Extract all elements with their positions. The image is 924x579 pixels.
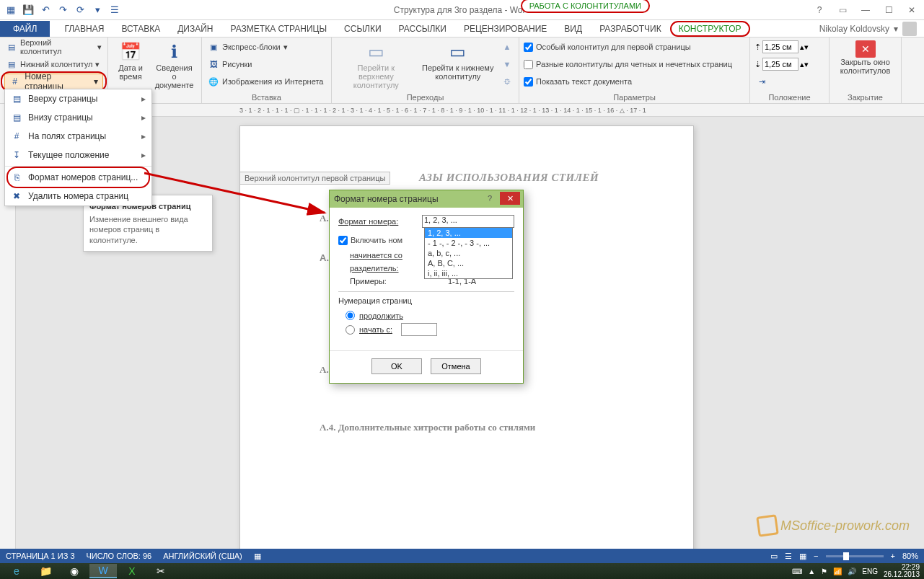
view-print-icon[interactable]: ▭	[770, 552, 778, 561]
header-top-spinner[interactable]: ⇡▴▾	[754, 39, 824, 55]
dialog-help-icon[interactable]: ?	[483, 192, 497, 205]
tb-word-icon[interactable]: W	[89, 564, 117, 578]
tab-review[interactable]: РЕЦЕНЗИРОВАНИЕ	[455, 21, 555, 37]
format-opt-4[interactable]: i, ii, iii, ...	[425, 268, 512, 278]
repeat-icon[interactable]: ⟳	[72, 2, 88, 18]
tab-insert[interactable]: ВСТАВКА	[113, 21, 169, 37]
close-group-label: Закрытие	[834, 92, 897, 102]
tab-home[interactable]: ГЛАВНАЯ	[56, 21, 113, 37]
doc-info-button[interactable]: ℹСведения о документе	[151, 39, 197, 102]
avatar[interactable]	[902, 22, 917, 36]
minimize-icon[interactable]: —	[856, 3, 875, 17]
start-at-input[interactable]	[401, 323, 437, 336]
close-icon[interactable]: ✕	[902, 3, 921, 17]
header-button[interactable]: ▤Верхний колонтитул ▾	[4, 39, 103, 55]
customize-icon[interactable]: ▾	[89, 2, 105, 18]
show-document-checkbox[interactable]: Показать текст документа	[524, 74, 745, 89]
separator-label: разделитель:	[350, 264, 429, 273]
format-select[interactable]: 1, 2, 3, ...	[422, 215, 514, 228]
zoom-out-icon[interactable]: −	[814, 552, 818, 560]
different-odd-even-checkbox[interactable]: Разные колонтитулы для четных и нечетных…	[524, 56, 745, 72]
ribbon-toggle-icon[interactable]: ▭	[833, 3, 852, 17]
dialog-close-icon[interactable]: ✕	[500, 192, 520, 205]
tb-clock[interactable]: 22:29 26.12.2013	[884, 564, 920, 578]
zoom-in-icon[interactable]: +	[891, 552, 895, 560]
ok-button[interactable]: OK	[371, 358, 422, 374]
zoom-slider[interactable]	[826, 555, 884, 557]
tab-file[interactable]: ФАЙЛ	[0, 21, 50, 37]
tb-chrome-icon[interactable]: ◉	[61, 564, 88, 578]
page-number-dropdown: ▤Вверху страницы ▤Внизу страницы #На пол…	[4, 89, 152, 206]
tb-explorer-icon[interactable]: 📁	[32, 564, 59, 578]
dd-page-margins[interactable]: #На полях страницы	[5, 127, 151, 146]
tab-layout[interactable]: РАЗМЕТКА СТРАНИЦЫ	[222, 21, 336, 37]
format-opt-1[interactable]: - 1 -, - 2 -, - 3 -, ...	[425, 238, 512, 248]
tb-snip-icon[interactable]: ✂	[147, 564, 175, 578]
sb-macros-icon[interactable]: ▦	[254, 552, 261, 561]
tab-view[interactable]: ВИД	[555, 21, 591, 37]
save-icon[interactable]: 💾	[20, 2, 36, 18]
dialog-titlebar[interactable]: Формат номера страницы ? ✕	[330, 190, 523, 208]
pictures-button[interactable]: 🖼Рисунки	[206, 56, 327, 72]
tab-references[interactable]: ССЫЛКИ	[335, 21, 390, 37]
redo-icon[interactable]: ↷	[55, 2, 71, 18]
footer-icon: ▤	[6, 58, 17, 70]
dd-top-of-page[interactable]: ▤Вверху страницы	[5, 89, 151, 108]
tb-volume-icon[interactable]: 🔊	[848, 567, 856, 575]
header-icon: ▤	[6, 41, 17, 53]
user-name: Nikolay Koldovsky	[819, 24, 889, 34]
tb-lang[interactable]: ENG	[862, 567, 878, 575]
tb-keyboard-icon[interactable]: ⌨	[792, 567, 802, 575]
continue-radio[interactable]: продолжить	[338, 309, 514, 322]
tab-design[interactable]: ДИЗАЙН	[169, 21, 221, 37]
user-area[interactable]: Nikolay Koldovsky ▾	[819, 22, 917, 36]
tb-tray-up-icon[interactable]: ▲	[808, 567, 815, 575]
help-icon[interactable]: ?	[810, 3, 829, 17]
dd-current-position[interactable]: ↧Текущее положение	[5, 146, 151, 164]
tb-ie-icon[interactable]: e	[3, 564, 30, 578]
start-at-radio[interactable]: начать с:	[338, 322, 514, 337]
tab-mailings[interactable]: РАССЫЛКИ	[390, 21, 455, 37]
remove-icon: ✖	[11, 190, 22, 202]
tb-excel-icon[interactable]: X	[118, 564, 146, 578]
insert-tab-button[interactable]: ⇥	[754, 74, 824, 89]
footer-button[interactable]: ▤Нижний колонтитул ▾	[4, 56, 103, 72]
view-read-icon[interactable]: ☰	[785, 552, 792, 561]
tb-flag-icon[interactable]: ⚑	[821, 567, 827, 575]
sb-language[interactable]: АНГЛИЙСКИЙ (США)	[163, 552, 242, 560]
group-navigation: ▭Перейти к верхнему колонтитулу ▭Перейти…	[332, 37, 519, 103]
ribbon-tabs: ФАЙЛ ГЛАВНАЯ ВСТАВКА ДИЗАЙН РАЗМЕТКА СТР…	[0, 20, 924, 37]
sb-page[interactable]: СТРАНИЦА 1 ИЗ 3	[6, 552, 75, 560]
quick-parts-button[interactable]: ▣Экспресс-блоки ▾	[206, 39, 327, 55]
dd-format-page-numbers[interactable]: ⎘Формат номеров страниц...	[5, 168, 151, 187]
format-opt-0[interactable]: 1, 2, 3, ...	[425, 228, 512, 238]
titlebar: ▦ 💾 ↶ ↷ ⟳ ▾ ☰ Структура для 3го раздела …	[0, 0, 924, 20]
word-icon[interactable]: ▦	[3, 2, 19, 18]
footer-bottom-spinner[interactable]: ⇣▴▾	[754, 56, 824, 72]
undo-icon[interactable]: ↶	[38, 2, 53, 18]
touch-icon[interactable]: ☰	[107, 2, 123, 18]
pictures-online-button[interactable]: 🌐Изображения из Интернета	[206, 74, 327, 89]
tab-developer[interactable]: РАЗРАБОТЧИК	[591, 21, 670, 37]
sb-words[interactable]: ЧИСЛО СЛОВ: 96	[87, 552, 152, 560]
cancel-button[interactable]: Отмена	[431, 358, 481, 374]
goto-header-icon: ▭	[364, 40, 387, 63]
different-first-checkbox[interactable]: Особый колонтитул для первой страницы	[524, 39, 745, 55]
dd-remove-page-numbers[interactable]: ✖Удалить номера страниц	[5, 187, 151, 205]
format-opt-2[interactable]: a, b, c, ...	[425, 248, 512, 258]
maximize-icon[interactable]: ☐	[879, 3, 898, 17]
close-hf-button[interactable]: ✕ Закрыть окно колонтитулов	[834, 39, 897, 76]
view-web-icon[interactable]: ▦	[799, 552, 806, 561]
tb-tray: ⌨ ▲ ⚑ 📶 🔊 ENG 22:29 26.12.2013	[792, 564, 920, 578]
format-opt-3[interactable]: A, B, C, ...	[425, 258, 512, 268]
format-icon: ⎘	[11, 172, 22, 183]
user-dropdown-icon[interactable]: ▾	[894, 24, 898, 34]
zoom-value[interactable]: 80%	[902, 552, 918, 560]
page-number-button[interactable]: #Номер страницы ▾	[4, 74, 103, 89]
dd-bottom-of-page[interactable]: ▤Внизу страницы	[5, 108, 151, 127]
tb-network-icon[interactable]: 📶	[833, 567, 842, 575]
document-title: Структура для 3го раздела - Word	[394, 5, 530, 15]
format-dropdown-list: 1, 2, 3, ... - 1 -, - 2 -, - 3 -, ... a,…	[424, 227, 513, 279]
goto-footer-button[interactable]: ▭Перейти к нижнему колонтитулу	[419, 39, 497, 92]
tab-constructor[interactable]: КОНСТРУКТОР	[670, 21, 750, 37]
